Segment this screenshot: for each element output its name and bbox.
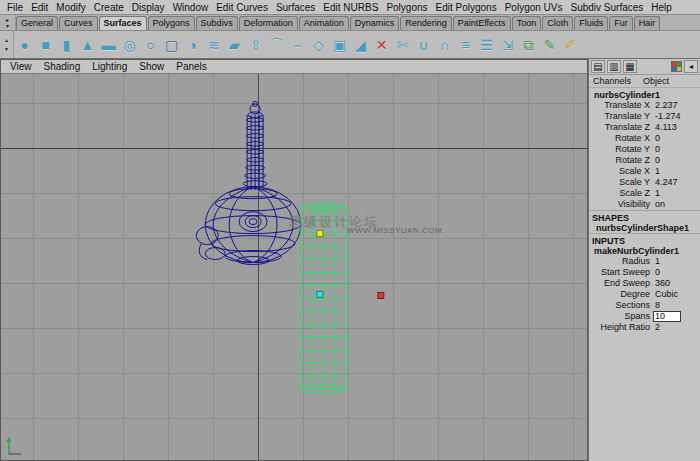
menu-item[interactable]: Surfaces: [272, 1, 319, 14]
input-node-name[interactable]: makeNurbCylinder1: [589, 245, 700, 256]
channel-value[interactable]: 1: [653, 256, 660, 267]
channel-row: Start Sweep 0: [589, 267, 700, 278]
cv-marker-red[interactable]: [378, 292, 384, 298]
attach-surfaces-icon[interactable]: ∪: [413, 32, 434, 57]
panel-menu-item[interactable]: Shading: [38, 61, 87, 72]
menu-item[interactable]: File: [3, 1, 27, 14]
panel-menu-item[interactable]: Show: [133, 61, 170, 72]
channel-value[interactable]: 10: [653, 311, 681, 322]
shelf-tab[interactable]: Toon: [512, 16, 542, 30]
insert-isoparm-icon[interactable]: ☰: [476, 32, 497, 57]
nurbs-cube-icon[interactable]: ■: [35, 32, 56, 57]
menu-item[interactable]: Edit: [27, 1, 52, 14]
shelf-tab[interactable]: Fluids: [574, 16, 608, 30]
nurbs-cylinder-icon[interactable]: ▮: [56, 32, 77, 57]
panel-menu-item[interactable]: Lighting: [86, 61, 133, 72]
loft-icon[interactable]: ≋: [203, 32, 224, 57]
channel-layout-mixed-icon[interactable]: ▥: [607, 60, 621, 73]
tab-object[interactable]: Object: [643, 76, 669, 86]
channel-value[interactable]: 0: [653, 144, 660, 155]
channel-value[interactable]: 8: [653, 300, 660, 311]
color-palette-icon[interactable]: [671, 61, 682, 72]
tab-channels[interactable]: Channels: [593, 76, 631, 86]
channel-value[interactable]: 0: [653, 133, 660, 144]
birail-one-icon[interactable]: ⌒: [266, 32, 287, 57]
shelf-tab[interactable]: Dynamics: [350, 16, 400, 30]
boundary-icon[interactable]: ◇: [308, 32, 329, 57]
cv-marker-cyan[interactable]: [317, 291, 323, 297]
channel-layout-wide-icon[interactable]: ▦: [623, 60, 637, 73]
menu-item[interactable]: Polygons: [382, 1, 431, 14]
channel-value[interactable]: 1: [653, 166, 660, 177]
channel-row: Translate Z 4.113: [589, 122, 700, 133]
menu-item[interactable]: Help: [647, 1, 676, 14]
shelf-tab[interactable]: Deformation: [239, 16, 298, 30]
menu-item[interactable]: Display: [128, 1, 169, 14]
nurbs-plane-icon[interactable]: ▬: [98, 32, 119, 57]
menu-item[interactable]: Create: [90, 1, 128, 14]
menu-item[interactable]: Polygon UVs: [501, 1, 567, 14]
nurbs-square-icon[interactable]: ▢: [161, 32, 182, 57]
square-surface-icon[interactable]: ▣: [329, 32, 350, 57]
panel-menu-item[interactable]: View: [4, 61, 38, 72]
object-name[interactable]: nurbsCylinder1: [589, 88, 700, 100]
bevel-icon[interactable]: ◢: [350, 32, 371, 57]
menu-item[interactable]: Window: [169, 1, 213, 14]
nurbs-cone-icon[interactable]: ▲: [77, 32, 98, 57]
channel-value[interactable]: 0: [653, 267, 660, 278]
channel-row: Translate X 2.237: [589, 100, 700, 111]
channel-value[interactable]: 2.237: [653, 100, 678, 111]
untrim-icon[interactable]: ✕: [371, 32, 392, 57]
shelf-tab[interactable]: Subdivs: [196, 16, 238, 30]
channel-value[interactable]: 360: [653, 278, 670, 289]
shelf-tab[interactable]: Cloth: [542, 16, 573, 30]
panel-menu-item[interactable]: Panels: [170, 61, 213, 72]
shelf-tab[interactable]: Animation: [299, 16, 349, 30]
channel-row: End Sweep 360: [589, 278, 700, 289]
channel-value[interactable]: Cubic: [653, 289, 678, 300]
shelf-tab[interactable]: Hair: [634, 16, 661, 30]
shelf-tab[interactable]: Polygons: [148, 16, 195, 30]
shelf-tab[interactable]: Fur: [609, 16, 633, 30]
shelf-tab[interactable]: Curves: [59, 16, 98, 30]
detach-surfaces-icon[interactable]: ∩: [434, 32, 455, 57]
menu-item[interactable]: Edit NURBS: [319, 1, 382, 14]
channel-value[interactable]: 4.113: [653, 122, 677, 133]
panel-toggle-icon[interactable]: ◂: [684, 60, 698, 73]
shelf-tab[interactable]: Surfaces: [99, 16, 147, 30]
birail-two-icon[interactable]: ⌢: [287, 32, 308, 57]
channel-value[interactable]: -1.274: [653, 111, 681, 122]
shelf-scroll[interactable]: ▴ ▾: [0, 31, 14, 58]
extend-surfaces-icon[interactable]: ⇲: [497, 32, 518, 57]
sculpt-surfaces-icon[interactable]: ✎: [539, 32, 560, 57]
shape-node-name[interactable]: nurbsCylinderShape1: [589, 222, 700, 233]
menu-item[interactable]: Subdiv Surfaces: [566, 1, 647, 14]
nurbs-torus-icon[interactable]: ◎: [119, 32, 140, 57]
menu-item[interactable]: Modify: [52, 1, 89, 14]
nurbs-sphere-icon[interactable]: ●: [14, 32, 35, 57]
channel-value[interactable]: 4.247: [653, 177, 678, 188]
trim-icon[interactable]: ✄: [392, 32, 413, 57]
shelf-tab[interactable]: PaintEffects: [453, 16, 511, 30]
paint-effects-icon[interactable]: ✐: [560, 32, 581, 57]
menu-item[interactable]: Edit Curves: [212, 1, 272, 14]
nurbs-circle-icon[interactable]: ○: [140, 32, 161, 57]
channel-value[interactable]: on: [653, 199, 665, 210]
revolve-icon[interactable]: ◑: [182, 32, 203, 57]
shelf-tab[interactable]: Rendering: [400, 16, 452, 30]
viewport-canvas[interactable]: 思缘设计论坛 WWW.MISSYUAN.COM: [1, 74, 587, 460]
cv-marker-yellow[interactable]: [317, 231, 323, 237]
offset-surfaces-icon[interactable]: ⧉: [518, 32, 539, 57]
planar-icon[interactable]: ▰: [224, 32, 245, 57]
channel-row: Scale X 1: [589, 166, 700, 177]
channel-value[interactable]: 0: [653, 155, 660, 166]
shelf-tab-menu[interactable]: ▸ ▾: [0, 15, 16, 30]
channel-value[interactable]: 2: [653, 322, 660, 333]
channel-layout-narrow-icon[interactable]: ▤: [591, 60, 605, 73]
align-surfaces-icon[interactable]: ≡: [455, 32, 476, 57]
shelf-tab[interactable]: General: [16, 16, 58, 30]
channel-value[interactable]: 1: [653, 188, 660, 199]
channel-label: Height Ratio: [589, 322, 653, 333]
extrude-icon[interactable]: ⇧: [245, 32, 266, 57]
menu-item[interactable]: Edit Polygons: [432, 1, 501, 14]
